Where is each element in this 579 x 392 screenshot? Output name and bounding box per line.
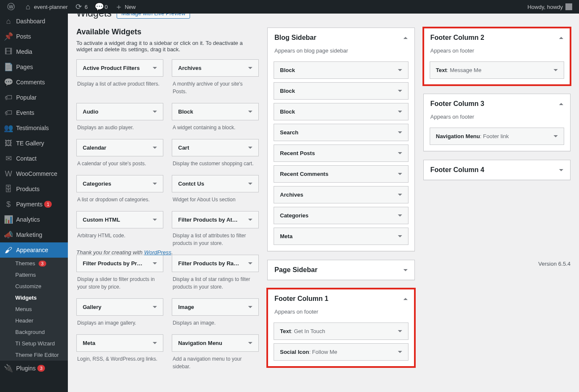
submenu-patterns[interactable]: Patterns [0,269,68,281]
submenu-themes[interactable]: Themes 3 [0,258,68,269]
submenu-background[interactable]: Background [0,326,68,338]
new-content[interactable]: ＋New [111,0,139,14]
footer-thank-you: Thank you for creating with WordPress. [76,249,173,256]
chevron-down-icon [248,219,252,221]
widget-desc: A monthly archive of your site's Posts. [172,79,259,99]
submenu-widgets[interactable]: Widgets [0,292,68,303]
sidebar-toggle[interactable]: Page Sidebar [268,260,414,280]
placed-widget-toggle[interactable]: Social Icon: Follow Me [274,344,408,360]
menu-icon: ⌂ [4,17,13,25]
my-account[interactable]: Howdy, howdy [524,0,576,14]
placed-widget-toggle[interactable]: Block [274,83,408,99]
widget-filter-products-by-at-[interactable]: Filter Products by At… [172,211,259,228]
menu-testimonials[interactable]: 👥Testimonials [0,120,68,136]
menu-contact[interactable]: ✉Contact [0,151,68,166]
placed-widget: Block [274,103,408,120]
placed-widget-toggle[interactable]: Meta [274,228,408,245]
widget-title: Custom HTML [83,217,120,223]
comments[interactable]: 💬0 [91,0,111,14]
submenu-theme-file-editor[interactable]: Theme File Editor [0,349,68,361]
placed-widget-toggle[interactable]: Search [274,124,408,141]
menu-products[interactable]: 🗄Products [0,181,68,197]
chevron-down-icon [398,90,402,92]
widget-filter-products-by-pr-[interactable]: Filter Products by Pr… [76,255,163,272]
placed-widget-toggle[interactable]: Block [274,62,408,78]
menu-icon: 🗄 [4,185,13,193]
sidebar-title: Footer Column 2 [431,34,484,42]
placed-widget-toggle[interactable]: Text: Message Me [430,62,564,78]
wordpress-link[interactable]: WordPress [144,249,171,256]
version: Version 6.5.4 [423,261,571,267]
submenu-menus[interactable]: Menus [0,303,68,315]
widget-contct-us[interactable]: Contct Us [172,175,259,192]
chevron-down-icon [554,135,558,137]
widget-image[interactable]: Image [172,298,259,316]
placed-widget-toggle[interactable]: Categories [274,207,408,224]
widget-audio[interactable]: Audio [76,103,163,120]
chevron-down-icon [153,111,157,113]
sidebar-toggle[interactable]: Footer Column 3 [424,94,571,114]
menu-events[interactable]: 🏷Events [0,105,68,120]
placed-widget-toggle[interactable]: Archives [274,186,408,203]
chevron-down-icon [398,152,402,154]
widget-desc: Display the customer shopping cart. [172,159,259,171]
sidebar-toggle[interactable]: Blog Sidebar [268,28,414,47]
widget-custom-html[interactable]: Custom HTML [76,211,163,228]
placed-widget-toggle[interactable]: Navigation Menu: Footer link [430,128,564,145]
menu-posts[interactable]: 📌Posts [0,29,68,44]
chevron-down-icon [398,69,402,71]
menu-pages[interactable]: 📄Pages [0,59,68,75]
chevron-down-icon [398,235,402,237]
placed-widget-toggle[interactable]: Text: Get In Touch [274,323,408,339]
widget-title: Archives [178,65,201,71]
placed-widget: Text: Message Me [430,61,565,79]
placed-widget-toggle[interactable]: Recent Comments [274,166,408,182]
menu-payments[interactable]: $Payments1 [0,197,68,212]
chevron-down-icon [248,262,252,264]
widget-navigation-menu[interactable]: Navigation Menu [172,334,259,352]
sidebar-toggle[interactable]: Footer Column 1 [268,289,414,309]
sidebar-footer-column-1: Footer Column 1Appears on footerText: Ge… [267,289,415,367]
widget-desc: Display a list of active product filters… [76,79,163,91]
chevron-down-icon [398,330,402,332]
menu-popular[interactable]: 🏷Popular [0,90,68,105]
menu-comments[interactable]: 💬Comments [0,75,68,90]
placed-widget: Meta [274,228,408,245]
widget-calendar[interactable]: Calendar [76,139,163,156]
widget-meta[interactable]: Meta [76,334,163,352]
widget-archives[interactable]: Archives [172,59,259,77]
site-name[interactable]: ⌂event-planner [20,0,71,14]
widget-cart[interactable]: Cart [172,139,259,156]
menu-icon: 📄 [4,63,13,71]
placed-widget-toggle[interactable]: Block [274,103,408,120]
menu-appearance[interactable]: 🖌Appearance [0,242,68,258]
widget-active-product-filters[interactable]: Active Product Filters [76,59,163,77]
wp-logo[interactable]: ⓦ [3,0,20,14]
placed-widget-toggle[interactable]: Recent Posts [274,145,408,161]
sidebar-toggle[interactable]: Footer Column 4 [424,160,571,180]
updates[interactable]: ⟳6 [71,0,91,14]
widget-gallery[interactable]: Gallery [76,298,163,316]
placed-widget: Text: Get In Touch [274,322,408,340]
admin-menu: ⌂Dashboard📌Posts🎞Media📄Pages💬Comments🏷Po… [0,14,68,392]
widget-filter-products-by-ra-[interactable]: Filter Products by Ra… [172,255,259,272]
chevron-down-icon [398,131,402,133]
admin-bar: ⓦ ⌂event-planner ⟳6 💬0 ＋New Howdy, howdy [0,0,579,14]
menu-icon: ✉ [4,154,13,163]
widget-categories[interactable]: Categories [76,175,163,192]
submenu-header[interactable]: Header [0,315,68,326]
menu-plugins[interactable]: 🔌Plugins3 [0,361,68,376]
widget-block[interactable]: Block [172,103,259,120]
menu-analytics[interactable]: 📊Analytics [0,212,68,227]
submenu-customize[interactable]: Customize [0,281,68,292]
menu-marketing[interactable]: 📣Marketing [0,227,68,242]
submenu-ti-setup-wizard[interactable]: TI Setup Wizard [0,338,68,349]
sidebar-toggle[interactable]: Footer Column 2 [424,28,571,47]
chevron-down-icon [248,183,252,185]
menu-dashboard[interactable]: ⌂Dashboard [0,14,68,29]
menu-te-gallery[interactable]: 🖼TE Gallery [0,136,68,151]
widget-title: Gallery [83,304,101,310]
live-preview-button[interactable]: Manage with Live Preview [117,14,190,19]
menu-media[interactable]: 🎞Media [0,44,68,59]
menu-woocommerce[interactable]: WWooCommerce [0,166,68,181]
